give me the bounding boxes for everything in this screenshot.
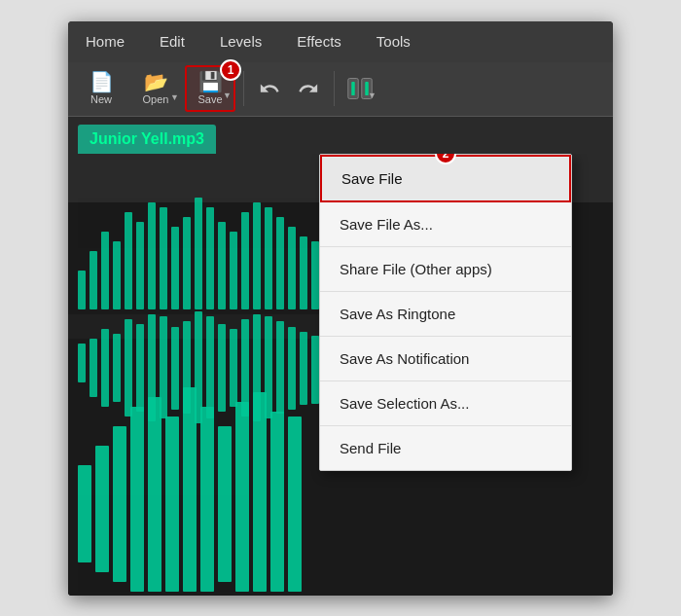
- toolbar-divider2: [334, 71, 335, 106]
- new-button[interactable]: 📄 New: [76, 65, 126, 112]
- svg-rect-54: [148, 397, 161, 592]
- svg-rect-59: [235, 402, 249, 592]
- new-label: New: [90, 93, 112, 105]
- new-icon: 📄: [90, 72, 114, 91]
- svg-rect-24: [288, 227, 296, 309]
- svg-rect-19: [230, 232, 237, 309]
- menu-home[interactable]: Home: [78, 29, 132, 54]
- svg-rect-29: [90, 339, 97, 397]
- dropdown-menu: 2 Save File Save File As... Share File (…: [319, 154, 572, 471]
- menu-send-file[interactable]: Send File: [320, 426, 571, 470]
- svg-rect-40: [218, 324, 226, 412]
- svg-rect-20: [241, 212, 249, 309]
- svg-rect-23: [276, 217, 284, 309]
- undo-button[interactable]: [252, 71, 287, 106]
- svg-rect-26: [311, 241, 319, 309]
- svg-rect-33: [136, 324, 144, 412]
- open-icon: 📂: [144, 72, 168, 91]
- toolbar-divider: [243, 71, 244, 106]
- svg-rect-2: [351, 82, 355, 95]
- svg-rect-62: [288, 417, 302, 592]
- open-button[interactable]: 📂 Open ▼: [130, 65, 181, 112]
- open-dropdown-arrow: ▼: [170, 92, 179, 102]
- menu-edit[interactable]: Edit: [152, 29, 193, 54]
- save-button[interactable]: 1 💾 Save ▼: [185, 65, 235, 112]
- svg-rect-21: [253, 202, 261, 309]
- svg-rect-39: [206, 316, 214, 418]
- menu-save-selection-as[interactable]: Save Selection As...: [320, 381, 571, 426]
- save-dropdown-arrow: ▼: [223, 91, 232, 100]
- svg-rect-36: [171, 327, 179, 410]
- svg-rect-9: [113, 241, 121, 309]
- svg-rect-61: [270, 412, 284, 592]
- menu-tools[interactable]: Tools: [369, 29, 418, 54]
- save-icon: 💾: [198, 72, 223, 91]
- svg-rect-25: [300, 236, 307, 309]
- svg-rect-16: [195, 198, 202, 309]
- waveform-wrapper: Junior Yell.mp3: [68, 117, 613, 596]
- svg-rect-7: [90, 251, 97, 309]
- step2-circle: 2: [435, 154, 456, 164]
- toolbar: 📄 New 📂 Open ▼ 1 💾 Save ▼: [68, 62, 613, 117]
- svg-rect-12: [148, 202, 156, 309]
- step1-circle: 1: [220, 59, 241, 81]
- save-label: Save: [197, 93, 222, 105]
- extra-dropdown-arrow: ▼: [368, 91, 376, 100]
- menu-save-as-notification[interactable]: Save As Notification: [320, 337, 571, 381]
- open-label: Open: [143, 93, 169, 105]
- svg-rect-18: [218, 222, 226, 309]
- svg-rect-51: [95, 446, 109, 572]
- redo-icon: [298, 78, 319, 99]
- svg-rect-50: [78, 465, 91, 562]
- svg-rect-11: [136, 222, 144, 309]
- svg-rect-32: [125, 319, 132, 417]
- svg-rect-60: [253, 392, 267, 592]
- file-tab[interactable]: Junior Yell.mp3: [78, 125, 216, 154]
- waveform-area: 2 Save File Save File As... Share File (…: [68, 154, 613, 596]
- svg-rect-10: [125, 212, 132, 309]
- svg-rect-47: [300, 332, 307, 405]
- svg-rect-17: [206, 207, 214, 309]
- svg-rect-58: [218, 426, 232, 582]
- menu-levels[interactable]: Levels: [212, 29, 269, 54]
- svg-rect-28: [78, 344, 86, 382]
- svg-rect-57: [200, 407, 214, 592]
- menu-save-as-ringtone[interactable]: Save As Ringtone: [320, 292, 571, 337]
- svg-rect-30: [101, 329, 109, 407]
- svg-rect-48: [311, 336, 319, 404]
- app-container: Home Edit Levels Effects Tools 📄 New 📂 O…: [68, 21, 613, 596]
- svg-rect-53: [130, 407, 144, 592]
- svg-rect-41: [230, 329, 237, 407]
- svg-rect-22: [265, 207, 272, 309]
- menu-effects[interactable]: Effects: [289, 29, 349, 54]
- menu-save-file-as[interactable]: Save File As...: [320, 202, 571, 247]
- svg-rect-8: [101, 232, 109, 309]
- svg-rect-31: [113, 334, 121, 402]
- svg-rect-15: [183, 217, 191, 309]
- svg-rect-45: [276, 321, 284, 414]
- svg-rect-56: [183, 387, 197, 592]
- svg-rect-6: [78, 271, 86, 309]
- svg-rect-14: [171, 227, 179, 309]
- app-content: Home Edit Levels Effects Tools 📄 New 📂 O…: [68, 21, 613, 596]
- menu-bar: Home Edit Levels Effects Tools: [68, 21, 613, 62]
- redo-button[interactable]: [291, 71, 326, 106]
- trim-button[interactable]: ▼: [342, 71, 377, 106]
- svg-rect-52: [113, 426, 126, 582]
- svg-rect-46: [288, 327, 296, 410]
- svg-rect-13: [160, 207, 167, 309]
- svg-rect-55: [165, 417, 179, 592]
- undo-icon: [259, 78, 280, 99]
- menu-share-file[interactable]: Share File (Other apps): [320, 247, 571, 292]
